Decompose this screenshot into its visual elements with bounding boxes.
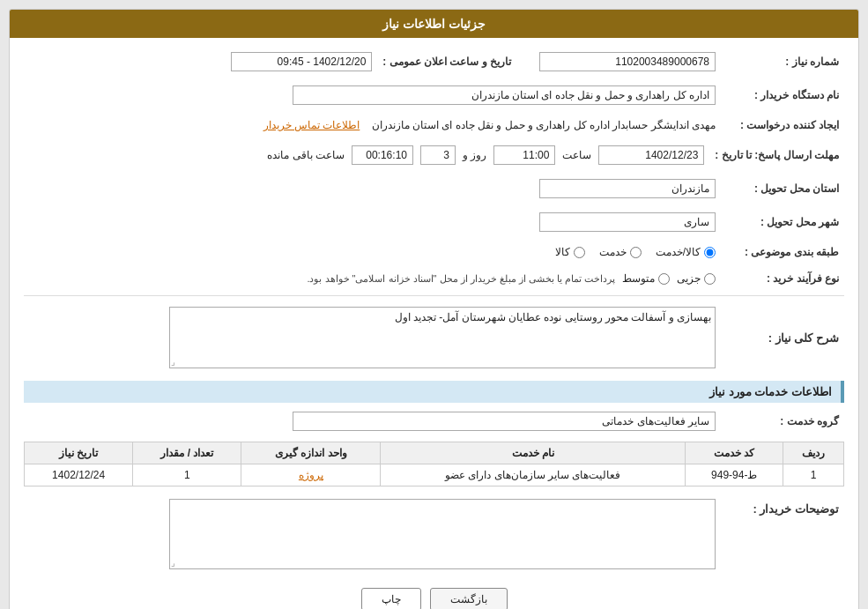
services-section-title: اطلاعات خدمات مورد نیاز — [24, 381, 844, 403]
purchase-type-motavasset[interactable]: متوسط — [622, 272, 670, 285]
need-description-label: شرح کلی نیاز : — [721, 303, 844, 372]
response-days-label: روز و — [463, 149, 486, 161]
col-quantity: تعداد / مقدار — [133, 442, 241, 464]
contact-link[interactable]: اطلاعات تماس خریدار — [263, 119, 360, 131]
print-button[interactable]: چاپ — [361, 588, 421, 609]
resize-icon: ⌟ — [171, 357, 175, 367]
need-number-value: 1102003489000678 — [539, 52, 716, 71]
creator-value: مهدی اندایشگر حسابدار اداره کل راهداری و… — [372, 119, 716, 131]
category-khidmat[interactable]: خدمت — [599, 246, 642, 258]
buyer-notes-label: توضیحات خریدار : — [721, 495, 844, 576]
delivery-city-value: ساری — [539, 212, 716, 232]
response-remaining: 00:16:10 — [352, 145, 413, 165]
delivery-province-value: مازندران — [539, 179, 716, 198]
delivery-city-label: شهر محل تحویل : — [721, 209, 844, 235]
response-time: 11:00 — [493, 145, 555, 165]
service-group-label: گروه خدمت : — [721, 408, 844, 434]
buyer-org-value: اداره کل راهداری و حمل و نقل جاده ای است… — [293, 85, 716, 105]
back-button[interactable]: بازگشت — [430, 588, 508, 609]
buyer-org-label: نام دستگاه خریدار : — [721, 82, 844, 108]
need-description-value: بهسازی و آسفالت محور روستایی نوده عطایان… — [169, 307, 716, 368]
delivery-province-label: استان محل تحویل : — [721, 175, 844, 202]
need-number-label: شماره نیاز : — [721, 48, 844, 75]
resize-icon-notes: ⌟ — [171, 558, 175, 568]
announcement-datetime-value: 1402/12/20 - 09:45 — [231, 52, 372, 71]
response-time-label: ساعت — [562, 149, 591, 161]
category-kala[interactable]: کالا — [555, 246, 585, 258]
col-unit: واحد اندازه گیری — [241, 442, 381, 464]
col-name: نام خدمت — [381, 442, 686, 464]
col-row: ردیف — [783, 442, 844, 464]
service-group-value: سایر فعالیت‌های خدماتی — [293, 412, 716, 431]
category-kala-khidmat[interactable]: کالا/خدمت — [656, 246, 716, 258]
page-title: جزئیات اطلاعات نیاز — [10, 10, 858, 38]
response-days: 3 — [420, 145, 456, 165]
services-table: ردیف کد خدمت نام خدمت واحد اندازه گیری ت… — [24, 442, 844, 486]
response-deadline-label: مهلت ارسال پاسخ: تا تاریخ : — [709, 142, 844, 168]
purchase-type-label: نوع فرآیند خرید : — [721, 269, 844, 288]
col-code: کد خدمت — [686, 442, 783, 464]
creator-label: ایجاد کننده درخواست : — [721, 115, 844, 135]
purchase-type-note: پرداخت تمام یا بخشی از مبلغ خریدار از مح… — [307, 273, 615, 285]
response-remaining-label: ساعت باقی مانده — [267, 149, 345, 161]
buyer-notes-value — [169, 499, 716, 569]
col-date: تاریخ نیاز — [25, 442, 133, 464]
category-label: طبقه بندی موضوعی : — [721, 242, 844, 262]
response-date: 1402/12/23 — [598, 145, 704, 165]
purchase-type-jozii[interactable]: جزیی — [677, 272, 716, 285]
table-row: 1ط-94-949فعالیت‌های سایر سازمان‌های دارا… — [25, 464, 844, 486]
announcement-datetime-label: تاریخ و ساعت اعلان عمومی : — [377, 48, 516, 75]
